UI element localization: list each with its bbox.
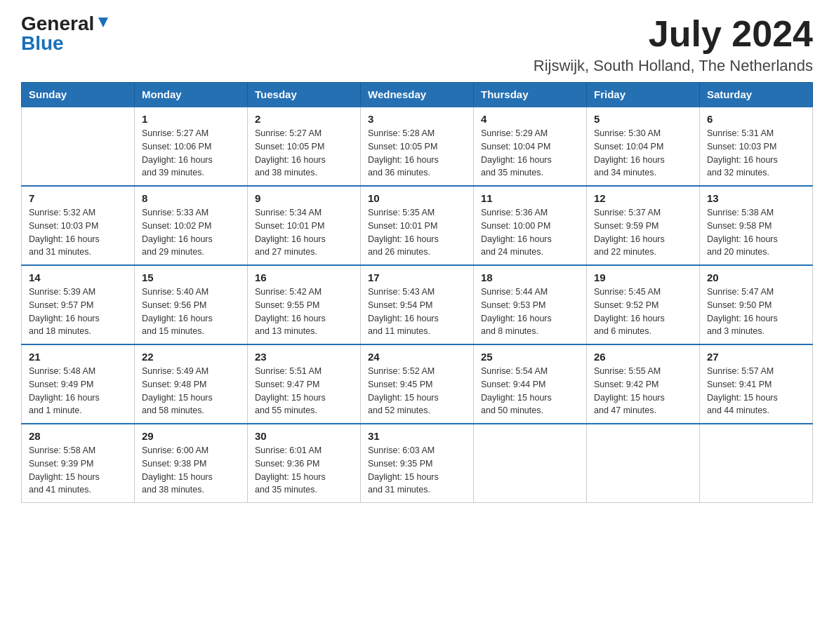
logo-blue: Blue [21, 34, 64, 53]
day-number: 18 [481, 271, 579, 283]
day-number: 20 [707, 271, 805, 283]
calendar-header-sunday: Sunday [22, 83, 135, 107]
day-number: 8 [142, 192, 240, 204]
calendar-cell: 5Sunrise: 5:30 AM Sunset: 10:04 PM Dayli… [587, 107, 700, 186]
day-info: Sunrise: 5:36 AM Sunset: 10:00 PM Daylig… [481, 206, 579, 259]
day-info: Sunrise: 5:37 AM Sunset: 9:59 PM Dayligh… [594, 206, 692, 259]
day-number: 30 [255, 430, 353, 442]
calendar-cell: 17Sunrise: 5:43 AM Sunset: 9:54 PM Dayli… [361, 265, 474, 344]
day-info: Sunrise: 5:31 AM Sunset: 10:03 PM Daylig… [707, 127, 805, 180]
location-title: Rijswijk, South Holland, The Netherlands [534, 57, 813, 75]
day-number: 23 [255, 351, 353, 363]
page-header: General Blue July 2024 Rijswijk, South H… [21, 14, 813, 75]
day-info: Sunrise: 5:58 AM Sunset: 9:39 PM Dayligh… [29, 444, 127, 497]
calendar-cell [700, 424, 813, 503]
day-info: Sunrise: 5:48 AM Sunset: 9:49 PM Dayligh… [29, 365, 127, 417]
calendar-header-thursday: Thursday [474, 83, 587, 107]
day-number: 22 [142, 351, 240, 363]
day-number: 24 [368, 351, 466, 363]
day-number: 1 [142, 113, 240, 125]
day-info: Sunrise: 5:33 AM Sunset: 10:02 PM Daylig… [142, 206, 240, 259]
calendar-cell: 26Sunrise: 5:55 AM Sunset: 9:42 PM Dayli… [587, 344, 700, 424]
day-number: 17 [368, 271, 466, 283]
logo: General Blue [21, 14, 111, 53]
logo-triangle-icon [95, 15, 111, 30]
calendar-header-wednesday: Wednesday [361, 83, 474, 107]
day-number: 3 [368, 113, 466, 125]
day-info: Sunrise: 5:44 AM Sunset: 9:53 PM Dayligh… [481, 286, 579, 338]
day-info: Sunrise: 6:00 AM Sunset: 9:38 PM Dayligh… [142, 444, 240, 497]
calendar-header-monday: Monday [135, 83, 248, 107]
calendar-cell: 10Sunrise: 5:35 AM Sunset: 10:01 PM Dayl… [361, 186, 474, 265]
svg-marker-0 [98, 18, 108, 27]
day-number: 25 [481, 351, 579, 363]
day-number: 19 [594, 271, 692, 283]
day-info: Sunrise: 5:45 AM Sunset: 9:52 PM Dayligh… [594, 286, 692, 338]
day-number: 21 [29, 351, 127, 363]
day-info: Sunrise: 6:01 AM Sunset: 9:36 PM Dayligh… [255, 444, 353, 497]
day-info: Sunrise: 5:30 AM Sunset: 10:04 PM Daylig… [594, 127, 692, 180]
calendar-cell: 25Sunrise: 5:54 AM Sunset: 9:44 PM Dayli… [474, 344, 587, 424]
day-number: 28 [29, 430, 127, 442]
month-title: July 2024 [534, 14, 813, 54]
day-info: Sunrise: 5:38 AM Sunset: 9:58 PM Dayligh… [707, 206, 805, 259]
day-info: Sunrise: 5:29 AM Sunset: 10:04 PM Daylig… [481, 127, 579, 180]
calendar-cell: 2Sunrise: 5:27 AM Sunset: 10:05 PM Dayli… [248, 107, 361, 186]
day-number: 12 [594, 192, 692, 204]
day-number: 26 [594, 351, 692, 363]
calendar-cell: 29Sunrise: 6:00 AM Sunset: 9:38 PM Dayli… [135, 424, 248, 503]
day-info: Sunrise: 5:54 AM Sunset: 9:44 PM Dayligh… [481, 365, 579, 417]
day-number: 6 [707, 113, 805, 125]
calendar-cell: 11Sunrise: 5:36 AM Sunset: 10:00 PM Dayl… [474, 186, 587, 265]
day-number: 10 [368, 192, 466, 204]
calendar-cell: 19Sunrise: 5:45 AM Sunset: 9:52 PM Dayli… [587, 265, 700, 344]
calendar-cell: 18Sunrise: 5:44 AM Sunset: 9:53 PM Dayli… [474, 265, 587, 344]
day-info: Sunrise: 5:57 AM Sunset: 9:41 PM Dayligh… [707, 365, 805, 417]
calendar-table: SundayMondayTuesdayWednesdayThursdayFrid… [21, 82, 813, 503]
day-info: Sunrise: 5:52 AM Sunset: 9:45 PM Dayligh… [368, 365, 466, 417]
calendar-cell: 22Sunrise: 5:49 AM Sunset: 9:48 PM Dayli… [135, 344, 248, 424]
calendar-cell: 28Sunrise: 5:58 AM Sunset: 9:39 PM Dayli… [22, 424, 135, 503]
calendar-cell: 8Sunrise: 5:33 AM Sunset: 10:02 PM Dayli… [135, 186, 248, 265]
calendar-cell: 27Sunrise: 5:57 AM Sunset: 9:41 PM Dayli… [700, 344, 813, 424]
calendar-cell: 20Sunrise: 5:47 AM Sunset: 9:50 PM Dayli… [700, 265, 813, 344]
day-info: Sunrise: 5:49 AM Sunset: 9:48 PM Dayligh… [142, 365, 240, 417]
day-info: Sunrise: 5:27 AM Sunset: 10:06 PM Daylig… [142, 127, 240, 180]
day-info: Sunrise: 5:47 AM Sunset: 9:50 PM Dayligh… [707, 286, 805, 338]
calendar-week-row: 1Sunrise: 5:27 AM Sunset: 10:06 PM Dayli… [22, 107, 813, 186]
day-info: Sunrise: 5:27 AM Sunset: 10:05 PM Daylig… [255, 127, 353, 180]
day-number: 29 [142, 430, 240, 442]
day-info: Sunrise: 6:03 AM Sunset: 9:35 PM Dayligh… [368, 444, 466, 497]
calendar-cell: 12Sunrise: 5:37 AM Sunset: 9:59 PM Dayli… [587, 186, 700, 265]
day-number: 7 [29, 192, 127, 204]
calendar-cell: 14Sunrise: 5:39 AM Sunset: 9:57 PM Dayli… [22, 265, 135, 344]
day-info: Sunrise: 5:34 AM Sunset: 10:01 PM Daylig… [255, 206, 353, 259]
calendar-header-saturday: Saturday [700, 83, 813, 107]
calendar-cell: 15Sunrise: 5:40 AM Sunset: 9:56 PM Dayli… [135, 265, 248, 344]
day-number: 4 [481, 113, 579, 125]
calendar-cell: 6Sunrise: 5:31 AM Sunset: 10:03 PM Dayli… [700, 107, 813, 186]
day-number: 27 [707, 351, 805, 363]
calendar-cell: 23Sunrise: 5:51 AM Sunset: 9:47 PM Dayli… [248, 344, 361, 424]
calendar-cell: 4Sunrise: 5:29 AM Sunset: 10:04 PM Dayli… [474, 107, 587, 186]
calendar-cell: 1Sunrise: 5:27 AM Sunset: 10:06 PM Dayli… [135, 107, 248, 186]
calendar-week-row: 21Sunrise: 5:48 AM Sunset: 9:49 PM Dayli… [22, 344, 813, 424]
calendar-cell: 31Sunrise: 6:03 AM Sunset: 9:35 PM Dayli… [361, 424, 474, 503]
day-number: 2 [255, 113, 353, 125]
calendar-header-row: SundayMondayTuesdayWednesdayThursdayFrid… [22, 83, 813, 107]
day-number: 13 [707, 192, 805, 204]
day-number: 11 [481, 192, 579, 204]
calendar-header-tuesday: Tuesday [248, 83, 361, 107]
day-number: 15 [142, 271, 240, 283]
day-info: Sunrise: 5:42 AM Sunset: 9:55 PM Dayligh… [255, 286, 353, 338]
calendar-cell [22, 107, 135, 186]
calendar-cell [474, 424, 587, 503]
calendar-cell: 30Sunrise: 6:01 AM Sunset: 9:36 PM Dayli… [248, 424, 361, 503]
day-number: 16 [255, 271, 353, 283]
day-number: 31 [368, 430, 466, 442]
calendar-cell: 24Sunrise: 5:52 AM Sunset: 9:45 PM Dayli… [361, 344, 474, 424]
day-info: Sunrise: 5:43 AM Sunset: 9:54 PM Dayligh… [368, 286, 466, 338]
day-number: 5 [594, 113, 692, 125]
day-number: 14 [29, 271, 127, 283]
calendar-cell: 3Sunrise: 5:28 AM Sunset: 10:05 PM Dayli… [361, 107, 474, 186]
